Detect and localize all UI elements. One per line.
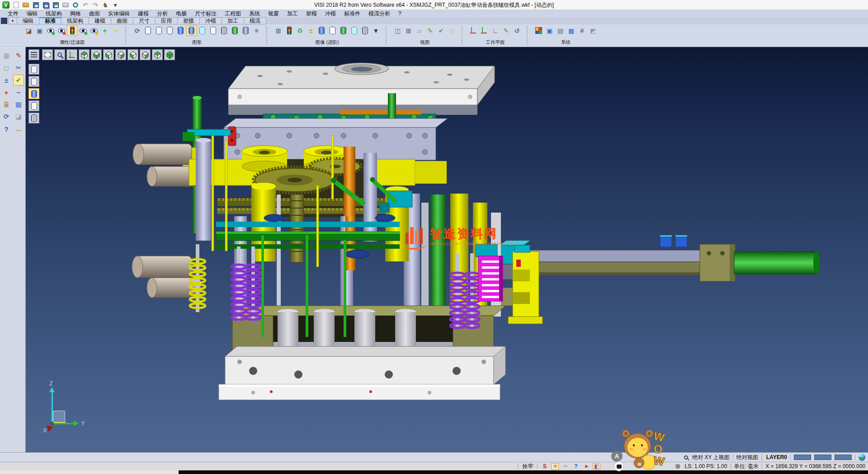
tab-mold[interactable]: 塑膜 [178, 17, 200, 24]
tab-standard[interactable]: 标准 [39, 17, 61, 24]
tab-dimension[interactable]: 尺寸 [133, 17, 156, 24]
undo-icon[interactable]: ↶ V [81, 1, 90, 9]
menu-window[interactable]: 视窗 [264, 10, 283, 18]
selection-filter-icon[interactable] [67, 25, 77, 36]
measure-icon[interactable]: ↔ [13, 123, 24, 134]
four-view-icon[interactable]: ⊞ [403, 25, 414, 36]
cone-view-icon[interactable]: ▼ [371, 25, 381, 36]
view-shaded-iso-icon[interactable] [164, 49, 175, 60]
transparent-display-icon[interactable] [197, 25, 208, 36]
shaded-display-icon[interactable] [175, 25, 186, 36]
recycle-image-icon[interactable]: ♻ [295, 25, 305, 36]
print-icon[interactable]: V [61, 1, 70, 9]
add-cubes-icon[interactable]: ⊞ [273, 25, 283, 36]
qat-more-icon[interactable]: ▾ V [111, 1, 119, 9]
menu-dimension[interactable]: 尺寸标注 [191, 10, 221, 18]
color-palette-icon[interactable] [533, 25, 544, 36]
menu-file[interactable]: 文件 [4, 10, 23, 18]
stamp-icon[interactable]: ✑ [561, 463, 569, 470]
verified-view-icon[interactable] [338, 25, 349, 36]
view-right-icon[interactable] [140, 49, 151, 60]
solid-view-icon[interactable] [316, 25, 327, 36]
menu-mesh[interactable]: 网格 [66, 10, 85, 18]
erase-icon[interactable]: ✎ [13, 50, 24, 61]
drafting-plane-icon[interactable]: ▱ [414, 25, 425, 36]
curve-tool-icon[interactable]: ~ [13, 87, 24, 98]
workplane-edit-icon[interactable]: ✎ [501, 25, 511, 36]
globe-icon[interactable] [859, 454, 865, 461]
ghost-display-icon[interactable] [208, 25, 218, 36]
hide-all-icon[interactable]: − [110, 25, 121, 36]
menu-modeling[interactable]: 建模 [134, 10, 153, 18]
wand-icon[interactable]: ✳ [551, 463, 559, 470]
tab-surface[interactable]: 曲面 [111, 17, 133, 24]
menu-mold[interactable]: 塑模 [302, 10, 321, 18]
perspective-grid-icon[interactable]: ◩ [588, 25, 598, 36]
zoom-plus-minus-icon[interactable]: ± [1, 75, 12, 85]
view-mode-label[interactable]: 绝对视图 [736, 454, 758, 461]
film-icon[interactable]: ▤ [555, 25, 566, 36]
view-iso-icon[interactable] [152, 49, 163, 60]
save-all-icon[interactable]: V [52, 1, 60, 9]
menu-solid-edit[interactable]: 实体编辑 [104, 10, 134, 18]
grid-window-icon[interactable]: ▦ [13, 99, 24, 110]
tab-wireframe[interactable]: 线架构 [61, 17, 89, 24]
clip-view-icon[interactable] [360, 25, 370, 36]
view-top-icon[interactable] [79, 49, 90, 60]
toggle-image-icon[interactable]: ± [306, 25, 316, 36]
modify-attributes-icon[interactable]: ◪ [24, 25, 34, 36]
check-view-icon[interactable]: ✔ [436, 25, 446, 36]
display-hidden-icon[interactable] [28, 76, 39, 87]
attribute-stack-icon[interactable]: ≣ [1, 99, 12, 110]
open-file-icon[interactable]: V [22, 1, 30, 9]
search-icon[interactable] [684, 455, 688, 460]
snap-grid-icon[interactable]: ▦ [566, 25, 576, 36]
menu-wireframe[interactable]: 线架构 [42, 10, 66, 18]
layer-color-swatch-2[interactable] [814, 455, 831, 460]
tab-flow[interactable]: 模流 [244, 17, 266, 24]
zoom-selection-icon[interactable]: ◎ [1, 50, 12, 61]
tab-die[interactable]: 冲模 [200, 17, 222, 24]
zoom-dynamic-icon[interactable] [54, 49, 65, 60]
menu-die[interactable]: 冲模 [321, 10, 340, 18]
save-icon[interactable]: V [32, 1, 40, 9]
snap-icon[interactable]: S [541, 463, 548, 470]
menu-electrode[interactable]: 电极 [172, 10, 191, 18]
selection-box-icon[interactable]: □ [1, 62, 12, 73]
display-hatch-icon[interactable] [28, 113, 39, 123]
view-left-icon[interactable] [127, 49, 138, 60]
new-file-icon[interactable]: V [12, 1, 20, 9]
workplane-align-icon[interactable] [479, 25, 490, 36]
view-bottom-icon[interactable] [91, 49, 102, 60]
calculator-icon[interactable]: # [577, 25, 587, 36]
confirm-check-icon[interactable]: ✔ [13, 75, 24, 85]
solid-mode-icon[interactable]: ◧ [593, 463, 600, 470]
fit-view-icon[interactable] [42, 49, 53, 60]
workplane-reset-icon[interactable]: ↺ [512, 25, 522, 36]
recycle-graphics-icon[interactable] [230, 25, 240, 36]
menu-drawing[interactable]: 工程图 [221, 10, 245, 18]
shaded-edges-display-icon[interactable] [186, 25, 197, 36]
image-filter-icon[interactable] [284, 25, 294, 36]
solid-cube-icon[interactable]: ◪ [13, 111, 24, 122]
ucs-icon[interactable] [66, 49, 77, 60]
viewport-menu-icon[interactable] [28, 49, 39, 60]
layer-color-swatch-3[interactable] [835, 455, 852, 460]
menu-analysis[interactable]: 分析 [153, 10, 172, 18]
menu-help[interactable]: ? [394, 10, 406, 17]
redo-icon[interactable]: ↷ V [91, 1, 99, 9]
view-back-icon[interactable] [115, 49, 126, 60]
tab-modeling[interactable]: 建模 [89, 17, 111, 24]
regen-icon[interactable]: ⟳ [1, 111, 12, 122]
hidden-line-display-icon[interactable] [154, 25, 164, 36]
ucs-axis-icon[interactable]: + [1, 87, 12, 98]
preview-icon[interactable]: V [71, 1, 80, 9]
copy-image-icon[interactable]: ▣ [34, 25, 45, 36]
toggle-visibility-icon[interactable] [89, 25, 99, 36]
display-ghost-icon[interactable] [28, 100, 39, 111]
graphics-tools-icon[interactable]: ✳ [251, 25, 262, 36]
layer-color-swatch-1[interactable] [794, 455, 811, 460]
context-help-icon[interactable]: ? [572, 463, 580, 470]
dashed-display-icon[interactable] [165, 25, 175, 36]
wireframe-display-icon[interactable] [143, 25, 153, 36]
